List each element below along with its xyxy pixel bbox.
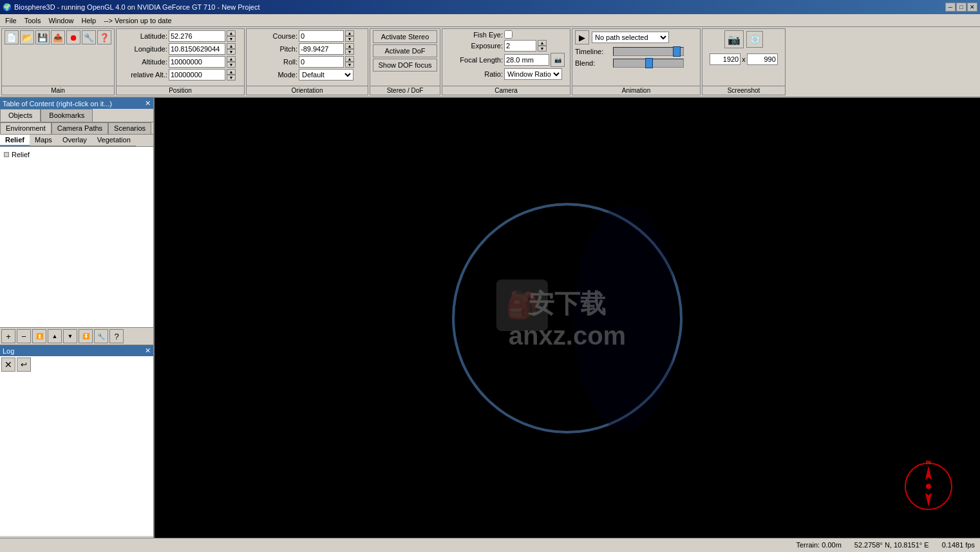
course-spinner[interactable]: ▲ ▼ <box>345 30 354 42</box>
tab-scenarios[interactable]: Scenarios <box>108 122 151 134</box>
menu-help[interactable]: Help <box>78 15 100 26</box>
rel-alt-input[interactable] <box>169 69 225 81</box>
position-section-label: Position <box>117 86 244 95</box>
latitude-input[interactable] <box>169 30 225 42</box>
log-scroll-button[interactable]: ↩ <box>17 357 31 372</box>
close-button[interactable]: ✕ <box>967 3 977 12</box>
pitch-down[interactable]: ▼ <box>345 49 354 55</box>
move-down-button[interactable]: ▼ <box>63 329 77 343</box>
mode-select[interactable]: Default Smooth Fixed <box>299 69 353 81</box>
rel-alt-spinner[interactable]: ▲ ▼ <box>227 69 236 81</box>
longitude-down[interactable]: ▼ <box>227 49 236 55</box>
help-button[interactable]: ❓ <box>97 30 111 44</box>
maximize-button[interactable]: □ <box>956 3 966 12</box>
course-input[interactable] <box>299 30 344 42</box>
menu-version: --> Version up to date <box>100 15 175 26</box>
screenshot-width[interactable] <box>710 53 740 65</box>
roll-down[interactable]: ▼ <box>345 62 354 68</box>
focal-length-icon[interactable]: 📷 <box>551 53 565 67</box>
pitch-input[interactable] <box>299 43 344 55</box>
blend-handle[interactable] <box>645 58 653 68</box>
course-down[interactable]: ▼ <box>345 36 354 42</box>
coordinates-status: 52.2758° N, 10.8151° E <box>854 541 929 549</box>
screenshot-height[interactable] <box>747 53 778 65</box>
tab-objects[interactable]: Objects <box>0 109 41 122</box>
ratio-select[interactable]: Window Ratio 4:3 16:9 16:10 <box>504 68 562 80</box>
altitude-input[interactable] <box>169 56 225 68</box>
roll-input[interactable] <box>299 56 344 68</box>
log-close-icon[interactable]: ✕ <box>145 347 151 355</box>
tab-overlay[interactable]: Overlay <box>57 135 92 146</box>
timeline-handle[interactable] <box>673 46 681 57</box>
latitude-spinner[interactable]: ▲ ▼ <box>227 30 236 42</box>
app-icon: 🌍 <box>3 3 12 12</box>
path-select[interactable]: No path selected <box>592 32 669 43</box>
activate-stereo-button[interactable]: Activate Stereo <box>373 30 437 43</box>
roll-up[interactable]: ▲ <box>345 56 354 62</box>
exposure-spinner[interactable]: ▲ ▼ <box>538 40 547 52</box>
record-button[interactable]: ⏺ <box>66 30 80 44</box>
settings-button[interactable]: 🔧 <box>82 30 96 44</box>
toolbar: 📄 📂 💾 📤 ⏺ 🔧 ❓ Main Latitude: ▲ ▼ Longitu… <box>0 27 980 98</box>
minimize-button[interactable]: ─ <box>945 3 956 12</box>
move-bottom-button[interactable]: ⏬ <box>79 329 93 343</box>
show-dof-focus-button[interactable]: Show DOF focus <box>373 59 437 71</box>
course-up[interactable]: ▲ <box>345 30 354 36</box>
longitude-spinner[interactable]: ▲ ▼ <box>227 43 236 55</box>
camera-icon[interactable]: 📷 <box>724 30 744 48</box>
menu-file[interactable]: File <box>1 15 21 26</box>
tab-environment[interactable]: Environment <box>0 122 52 134</box>
configure-button[interactable]: 🔧 <box>94 329 108 343</box>
fish-eye-checkbox[interactable] <box>504 30 513 39</box>
focal-length-input[interactable] <box>504 54 549 66</box>
pitch-up[interactable]: ▲ <box>345 43 354 49</box>
open-button[interactable]: 📂 <box>20 30 34 44</box>
add-item-button[interactable]: + <box>1 329 15 343</box>
titlebar-left: 🌍 Biosphere3D - running OpenGL 4.0 on NV… <box>3 3 260 12</box>
exposure-up[interactable]: ▲ <box>538 40 547 46</box>
log-clear-button[interactable]: ✕ <box>1 357 15 372</box>
timeline-slider[interactable] <box>613 47 684 56</box>
move-up-button[interactable]: ▲ <box>48 329 62 343</box>
latitude-down[interactable]: ▼ <box>227 36 236 42</box>
export-button[interactable]: 📤 <box>51 30 65 44</box>
exposure-down[interactable]: ▼ <box>538 46 547 52</box>
play-button[interactable]: ▶ <box>575 30 589 44</box>
screenshot-section-label: Screenshot <box>702 86 785 95</box>
rel-alt-up[interactable]: ▲ <box>227 69 236 75</box>
remove-item-button[interactable]: − <box>17 329 31 343</box>
blend-label: Blend: <box>575 59 610 67</box>
longitude-up[interactable]: ▲ <box>227 43 236 49</box>
menu-tools[interactable]: Tools <box>21 15 45 26</box>
altitude-down[interactable]: ▼ <box>227 62 236 68</box>
rel-alt-down[interactable]: ▼ <box>227 75 236 81</box>
list-item[interactable]: Relief <box>3 149 151 160</box>
menu-window[interactable]: Window <box>44 15 77 26</box>
altitude-spinner[interactable]: ▲ ▼ <box>227 56 236 68</box>
latitude-up[interactable]: ▲ <box>227 30 236 36</box>
move-top-button[interactable]: ⏫ <box>32 329 46 343</box>
tab-maps[interactable]: Maps <box>30 135 57 146</box>
tab-vegetation[interactable]: Vegetation <box>92 135 136 146</box>
help-toc-button[interactable]: ? <box>109 329 124 343</box>
save-button[interactable]: 💾 <box>35 30 50 44</box>
viewport[interactable]: 安下载anxz.com 🎒 N <box>155 98 980 538</box>
altitude-up[interactable]: ▲ <box>227 56 236 62</box>
blend-slider[interactable] <box>613 59 684 68</box>
settings-icon[interactable]: 💿 <box>746 31 763 48</box>
new-button[interactable]: 📄 <box>5 30 19 44</box>
titlebar-controls[interactable]: ─ □ ✕ <box>945 3 977 12</box>
toc-close-icon[interactable]: ✕ <box>145 99 151 108</box>
tab-bookmarks[interactable]: Bookmarks <box>41 109 93 122</box>
fish-eye-label: Fish Eye: <box>445 31 503 39</box>
pitch-spinner[interactable]: ▲ ▼ <box>345 43 354 55</box>
activate-dof-button[interactable]: Activate DoF <box>373 44 437 57</box>
longitude-input[interactable] <box>169 43 225 55</box>
tab-camera-paths[interactable]: Camera Paths <box>52 122 108 134</box>
toolbar-position-section: Latitude: ▲ ▼ Longitude: ▲ ▼ Altitude: <box>116 28 245 95</box>
toc-tabs-2: Environment Camera Paths Scenarios <box>0 122 153 135</box>
screenshot-x-separator: x <box>742 55 746 63</box>
exposure-input[interactable] <box>504 40 536 52</box>
roll-spinner[interactable]: ▲ ▼ <box>345 56 354 68</box>
tab-relief[interactable]: Relief <box>0 135 30 146</box>
